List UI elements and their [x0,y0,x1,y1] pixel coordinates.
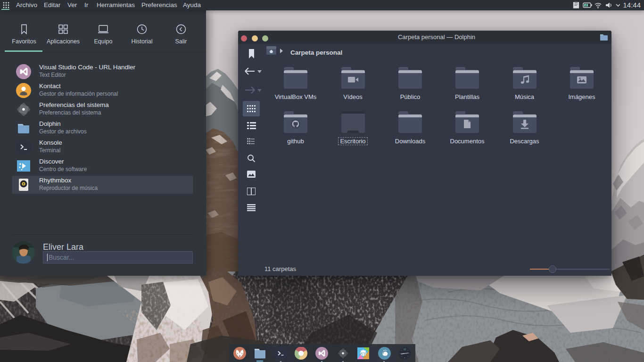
svg-text:KV: KV [361,351,366,356]
svg-text:12: 12 [404,348,406,351]
